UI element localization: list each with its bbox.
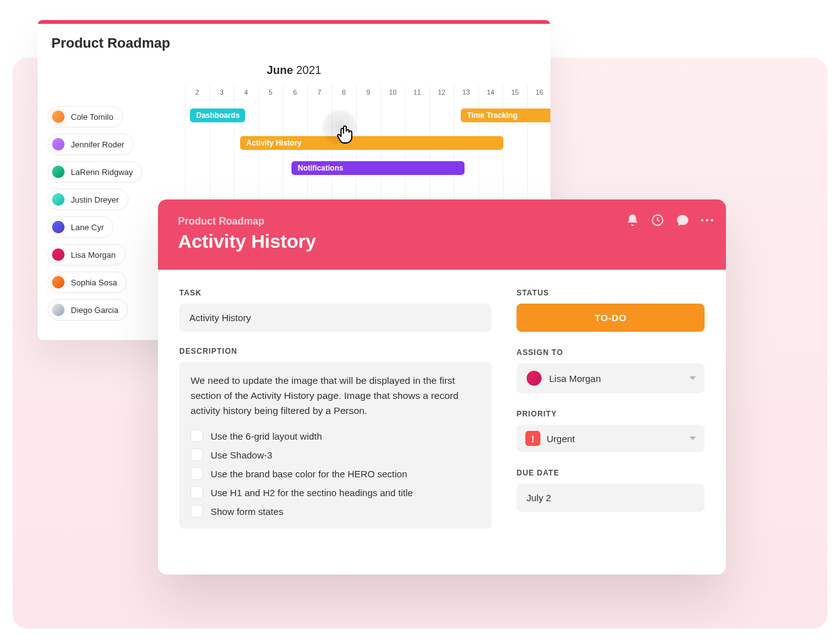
gantt-bar[interactable]: Time Tracking — [461, 109, 550, 122]
day-column: 16 — [527, 85, 550, 102]
day-column: 15 — [503, 85, 527, 102]
task-left-column: TASK Activity History DESCRIPTION We nee… — [179, 289, 491, 529]
avatar — [51, 275, 66, 290]
checkbox[interactable] — [191, 486, 203, 499]
label-priority: PRIORITY — [517, 410, 705, 418]
person-name: Cole Tomilo — [71, 112, 113, 122]
day-column: 11 — [405, 85, 429, 102]
checklist-label: Use the 6-grid layout width — [211, 431, 322, 442]
checkbox[interactable] — [191, 505, 203, 517]
checkbox[interactable] — [191, 448, 203, 461]
avatar — [51, 247, 66, 262]
timeline-month: June 2021 — [38, 60, 550, 85]
task-title: Activity History — [178, 231, 706, 252]
day-column: 6 — [283, 85, 307, 102]
person-pill[interactable]: Cole Tomilo — [48, 106, 123, 127]
day-column: 7 — [307, 85, 332, 102]
label-assign: ASSIGN TO — [517, 348, 705, 357]
person-name: Lisa Morgan — [71, 250, 116, 260]
checklist-label: Use H1 and H2 for the sectino headings a… — [211, 487, 413, 498]
checklist-item[interactable]: Use the 6-grid layout width — [191, 430, 480, 442]
label-description: DESCRIPTION — [179, 347, 491, 356]
checklist-item[interactable]: Use the brand base color for the HERO se… — [191, 467, 480, 480]
year-label: 2021 — [296, 64, 321, 77]
day-column: 12 — [429, 85, 454, 102]
clock-icon[interactable] — [651, 213, 664, 227]
task-header: Product Roadmap Activity History — [158, 199, 726, 270]
person-pill[interactable]: Lane Cyr — [48, 216, 113, 238]
label-status: STATUS — [517, 289, 705, 297]
checklist-label: Use the brand base color for the HERO se… — [211, 469, 407, 479]
person-pill[interactable]: Jennifer Roder — [48, 134, 134, 155]
chevron-down-icon — [690, 437, 696, 440]
person-name: Justin Dreyer — [71, 195, 119, 204]
person-name: Diego Garcia — [71, 305, 118, 315]
avatar — [51, 192, 66, 207]
person-pill[interactable]: Sophia Sosa — [48, 272, 127, 293]
priority-value: Urgent — [547, 433, 575, 444]
person-pill[interactable]: Lisa Morgan — [48, 244, 125, 265]
assignee-name: Lisa Morgan — [549, 373, 601, 384]
month-label: June — [266, 64, 293, 77]
checkbox[interactable] — [191, 467, 203, 480]
status-button[interactable]: TO-DO — [517, 304, 705, 332]
day-column: 2 — [185, 85, 209, 102]
page-title: Product Roadmap — [38, 24, 550, 60]
person-pill[interactable]: Diego Garcia — [48, 299, 128, 320]
checklist: Use the 6-grid layout widthUse Shadow-3U… — [191, 430, 480, 517]
label-due: DUE DATE — [517, 469, 705, 477]
gantt-bar[interactable]: Notifications — [291, 161, 465, 175]
chevron-down-icon — [690, 376, 696, 380]
gantt-bar[interactable]: Activity History — [240, 136, 503, 150]
task-body: TASK Activity History DESCRIPTION We nee… — [158, 270, 726, 548]
people-list: Cole TomiloJennifer RoderLaRenn RidgwayJ… — [48, 106, 142, 320]
day-column: 8 — [332, 85, 356, 102]
task-right-column: STATUS TO-DO ASSIGN TO Lisa Morgan PRIOR… — [517, 289, 705, 529]
day-column: 4 — [234, 85, 258, 102]
day-column: 14 — [478, 85, 503, 102]
person-name: Sophia Sosa — [71, 278, 117, 287]
checklist-label: Show form states — [211, 506, 283, 517]
day-column: 3 — [209, 85, 234, 102]
avatar — [51, 109, 66, 124]
due-date-input[interactable]: July 2 — [517, 484, 705, 512]
priority-select[interactable]: ! Urgent — [517, 425, 705, 452]
person-pill[interactable]: LaRenn Ridgway — [48, 161, 142, 183]
description-text: We need to update the image that will be… — [191, 373, 480, 418]
person-name: LaRenn Ridgway — [71, 167, 133, 177]
checkbox[interactable] — [191, 430, 203, 442]
day-column: 5 — [258, 85, 283, 102]
person-pill[interactable]: Justin Dreyer — [48, 189, 129, 210]
task-panel: Product Roadmap Activity History TASK Ac… — [158, 199, 726, 575]
assignee-select[interactable]: Lisa Morgan — [517, 363, 705, 393]
more-icon[interactable] — [701, 219, 713, 221]
day-column: 9 — [356, 85, 381, 102]
day-column: 10 — [381, 85, 405, 102]
checklist-label: Use Shadow-3 — [211, 450, 272, 460]
bell-icon[interactable] — [626, 213, 639, 227]
day-column: 13 — [454, 85, 478, 102]
avatar — [51, 164, 66, 179]
chat-icon[interactable] — [676, 213, 690, 227]
day-header: 234567891011121314151617 — [185, 85, 550, 102]
person-name: Lane Cyr — [71, 223, 104, 232]
checklist-item[interactable]: Use Shadow-3 — [191, 448, 480, 461]
gantt-bar[interactable]: Dashboards — [190, 109, 245, 122]
header-icons — [626, 213, 713, 227]
label-task: TASK — [179, 289, 491, 297]
urgent-icon: ! — [525, 431, 540, 446]
description-box[interactable]: We need to update the image that will be… — [179, 362, 491, 529]
checklist-item[interactable]: Show form states — [191, 505, 480, 517]
checklist-item[interactable]: Use H1 and H2 for the sectino headings a… — [191, 486, 480, 499]
avatar — [51, 302, 66, 317]
avatar — [51, 220, 66, 235]
avatar — [51, 137, 66, 152]
avatar — [525, 369, 543, 387]
task-name-input[interactable]: Activity History — [179, 304, 491, 332]
person-name: Jennifer Roder — [71, 140, 124, 149]
